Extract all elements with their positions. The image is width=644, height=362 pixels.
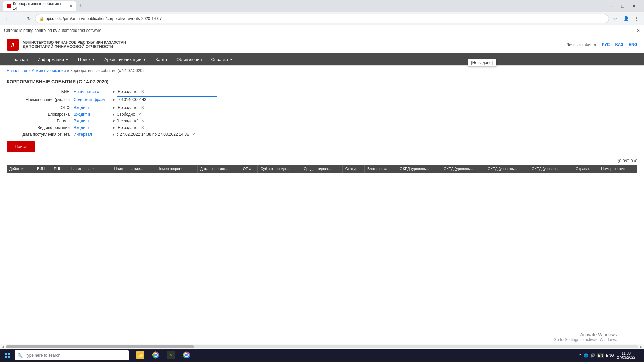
personal-cabinet-link[interactable]: Личный кабинет (566, 42, 596, 47)
nav-help-arrow: ▼ (229, 58, 233, 61)
region-value: [Не задано] (117, 119, 139, 123)
page-title: КОРПОРАТИВНЫЕ СОБЫТИЯ (С 14.07.2020) (7, 79, 637, 84)
filter-form: БИН Начинается с ▼ [Не задано] ✕ Наимено… (7, 89, 637, 152)
close-window-button[interactable]: ✕ (629, 1, 639, 11)
breadcrumb-home[interactable]: Начальная (7, 68, 27, 73)
menu-button[interactable]: ⋮ (632, 14, 641, 23)
header-right: Личный кабинет РУС КАЗ ENG (566, 42, 637, 47)
profile-button[interactable]: 👤 (621, 14, 631, 23)
clock-date: 27/03/2022 (617, 355, 635, 359)
region-label: Регион (7, 119, 74, 123)
pagination-current: 0 (631, 159, 633, 163)
bin-value-area: [Не задано] ✕ (117, 89, 145, 94)
taskbar-clock[interactable]: 11:38 27/03/2022 (617, 351, 635, 359)
col-opf: ОПФ (240, 165, 258, 173)
reload-button[interactable]: ↻ (24, 14, 34, 23)
filter-row-bin: БИН Начинается с ▼ [Не задано] ✕ (7, 89, 637, 94)
logo-bottom-text: ДЕПОЗИТАРИЙ ФИНАНСОВОЙ ОТЧЕТНОСТИ (23, 44, 126, 49)
minimize-button[interactable]: ─ (606, 1, 616, 11)
tab-title: Корпоративные события (с 14... (13, 1, 67, 11)
taskbar-app-chrome2[interactable] (179, 349, 194, 361)
search-input[interactable] (25, 353, 126, 358)
lang-indicator: ENG (606, 353, 614, 357)
name-value-area (117, 96, 217, 103)
scroll-right-btn[interactable]: ▶ (638, 344, 644, 349)
address-bar[interactable]: 🔒 opi.dfo.kz/p/ru/archive-publication/co… (35, 14, 609, 23)
scrollbar-area[interactable]: ◀ ▶ (0, 344, 644, 349)
taskbar-search[interactable]: 🔍 (15, 350, 129, 360)
block-clear[interactable]: ✕ (138, 112, 141, 117)
region-condition[interactable]: Входит в (74, 119, 111, 123)
name-arrow: ▼ (112, 98, 115, 102)
nav-search[interactable]: Поиск ▼ (73, 53, 100, 65)
nav-info-arrow: ▼ (65, 58, 69, 61)
nav-map[interactable]: Карта (151, 53, 172, 65)
bookmark-button[interactable]: ☆ (610, 14, 620, 23)
lang-rus[interactable]: РУС (602, 42, 610, 47)
region-clear[interactable]: ✕ (141, 119, 144, 123)
col-subject: Субъект предп... (258, 165, 301, 173)
tab-close-btn[interactable]: ✕ (69, 4, 72, 8)
show-desktop-btn[interactable] (638, 351, 640, 359)
infotype-arrow: ▼ (112, 126, 115, 130)
logo-bar: Д МИНИСТЕРСТВО ФИНАНСОВ РЕСПУБЛИКИ КАЗАХ… (0, 36, 644, 53)
taskbar: 🔍 📁 $ (0, 349, 644, 362)
nav-archive-arrow: ▼ (143, 58, 146, 61)
opf-clear[interactable]: ✕ (141, 105, 144, 110)
col-reg-num: Номер госреги... (155, 165, 197, 173)
clock-time: 11:38 (617, 351, 635, 355)
windows-icon (5, 353, 10, 358)
explorer-icon: 📁 (136, 351, 144, 359)
scrollbar-thumb[interactable] (6, 345, 194, 348)
network-icon: 🌐 (584, 353, 588, 358)
maximize-button[interactable]: □ (618, 1, 627, 11)
bin-arrow: ▼ (112, 90, 115, 94)
nav-archive[interactable]: Архив публикаций ▼ (100, 53, 151, 65)
block-condition[interactable]: Входит в (74, 112, 111, 117)
taskbar-app-3[interactable]: $ (164, 349, 178, 361)
name-input[interactable] (117, 96, 217, 103)
nav-home[interactable]: Главная (7, 53, 33, 65)
infotype-condition[interactable]: Входит в (74, 125, 111, 130)
filter-row-date: Дата поступления отчета Интервал ▼ с 27.… (7, 132, 637, 137)
bin-clear[interactable]: ✕ (141, 89, 144, 94)
filter-row-name: Наименование (рус. яз) Содержит фразу ▼ (7, 96, 637, 103)
nav-info[interactable]: Информация ▼ (33, 53, 73, 65)
bin-label: БИН (7, 89, 74, 94)
forward-button[interactable]: → (13, 14, 23, 23)
chevron-up-icon[interactable]: ⌃ (579, 353, 582, 358)
start-button[interactable] (1, 349, 13, 361)
site-header: Д МИНИСТЕРСТВО ФИНАНСОВ РЕСПУБЛИКИ КАЗАХ… (0, 36, 644, 66)
taskbar-app-chrome[interactable] (148, 349, 163, 361)
activate-line1: Activate Windows (554, 332, 617, 337)
new-tab-button[interactable]: + (78, 3, 84, 10)
chrome2-icon (182, 351, 191, 359)
scroll-left-btn[interactable]: ◀ (0, 344, 6, 349)
lang-eng[interactable]: ENG (629, 42, 637, 47)
infotype-value-area: [Не задано] ✕ (117, 125, 145, 130)
opf-condition[interactable]: Входит в (74, 105, 111, 110)
filter-row-region: Регион Входит в ▼ [Не задано] ✕ (7, 119, 637, 123)
infotype-clear[interactable]: ✕ (141, 125, 144, 130)
bin-condition[interactable]: Начинается с (74, 89, 111, 94)
date-condition[interactable]: Интервал (74, 132, 111, 137)
date-value-area: с 27.02.2022 14:38 по 27.03.2022 14:38 ✕ (117, 132, 195, 137)
notification-close[interactable]: ✕ (637, 28, 640, 33)
taskbar-right: ⌃ 🌐 🔊 EN ENG 11:38 27/03/2022 (576, 351, 643, 359)
date-clear[interactable]: ✕ (192, 132, 195, 137)
nav-announcements[interactable]: Объявления (172, 53, 206, 65)
lang-kaz[interactable]: КАЗ (615, 42, 623, 47)
active-tab[interactable]: Корпоративные события (с 14... ✕ (3, 1, 76, 11)
name-condition[interactable]: Содержит фразу (74, 97, 111, 102)
table-pagination: (0-0/0) 0 /0 (7, 157, 637, 165)
search-button[interactable]: Поиск (7, 141, 35, 152)
taskbar-app-explorer[interactable]: 📁 (133, 349, 148, 361)
scrollbar-track (6, 345, 638, 348)
back-button[interactable]: ← (3, 14, 12, 23)
nav-help[interactable]: Справка ▼ (206, 53, 237, 65)
region-arrow: ▼ (112, 119, 115, 123)
col-avg: Среднегодова... (301, 165, 343, 173)
lock-icon: 🔒 (39, 16, 44, 21)
bin-value: [Не задано] (117, 89, 139, 94)
breadcrumb-archive[interactable]: Архив публикаций (32, 68, 66, 73)
